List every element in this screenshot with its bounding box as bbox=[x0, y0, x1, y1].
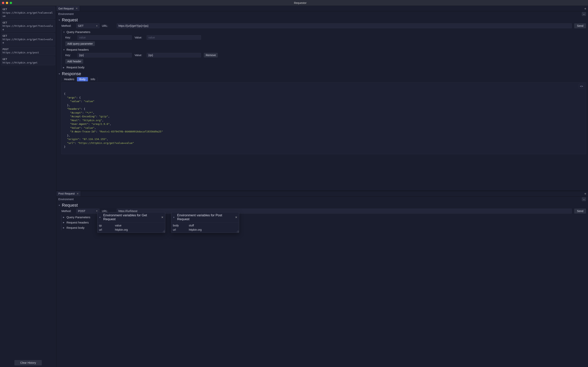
send-button[interactable]: Send bbox=[574, 209, 586, 214]
add-tab-button[interactable]: ＋ bbox=[583, 6, 588, 11]
environment-bar: Environment ⌄ bbox=[56, 11, 588, 17]
bottom-pane: Post Request ✕ ＋ Environment ⌄ Request M… bbox=[56, 191, 588, 367]
header-key-input[interactable] bbox=[78, 53, 132, 58]
popup-title: Environment variables for Get Request bbox=[103, 213, 160, 221]
history-url: https://httpbin.org/get?value=value bbox=[2, 11, 54, 18]
key-label: Key: bbox=[65, 54, 75, 57]
environment-toggle-button[interactable]: ⌄ bbox=[582, 12, 586, 16]
chevron-down-icon bbox=[58, 19, 61, 21]
send-button[interactable]: Send bbox=[574, 23, 586, 28]
tag-icon[interactable]: <> bbox=[579, 84, 584, 89]
chevron-right-icon bbox=[63, 221, 66, 224]
request-section: Request Method: GET ▼ URL: Send bbox=[56, 17, 588, 70]
sub-title: Query Parameters bbox=[67, 30, 90, 33]
request-headers-header[interactable]: Request headers bbox=[63, 47, 586, 52]
method-value: GET bbox=[78, 24, 84, 27]
sub-title: Query Parameters bbox=[67, 216, 90, 219]
tab-post-request[interactable]: Post Request ✕ bbox=[56, 191, 81, 196]
request-headers-block: Request headers Key: Value: Remove Add h… bbox=[61, 47, 586, 65]
tab-get-request[interactable]: Get Request ✕ bbox=[56, 6, 80, 11]
add-query-param-button[interactable]: Add query parameter bbox=[65, 41, 95, 46]
sub-title: Request body bbox=[67, 226, 85, 229]
query-parameters-header[interactable]: Query Parameters bbox=[63, 30, 586, 34]
add-tab-button[interactable]: ＋ bbox=[583, 191, 588, 196]
close-icon[interactable]: ✕ bbox=[76, 7, 78, 10]
value-label: Value: bbox=[135, 36, 144, 39]
response-tab-body[interactable]: Body bbox=[77, 77, 88, 81]
method-value: POST bbox=[78, 209, 85, 213]
history-item[interactable]: POST https://httpbin.org/post bbox=[1, 47, 55, 55]
request-body-block: Request body bbox=[61, 65, 586, 70]
environment-label: Environment bbox=[58, 12, 74, 16]
environment-toggle-button[interactable]: ⌄ bbox=[582, 197, 586, 201]
env-var-row[interactable]: url httpbin.org bbox=[97, 228, 165, 232]
history-item[interactable]: GET https://httpbin.org/get?test=value bbox=[1, 33, 55, 45]
method-label: Method: bbox=[61, 209, 74, 213]
window-minimize-button[interactable] bbox=[6, 2, 8, 4]
request-body-header[interactable]: Request body bbox=[63, 65, 586, 70]
env-var-key: url bbox=[99, 228, 112, 231]
query-param-value-input[interactable] bbox=[147, 35, 201, 40]
window-close-button[interactable] bbox=[2, 2, 4, 4]
window-zoom-button[interactable] bbox=[10, 2, 12, 4]
remove-header-button[interactable]: Remove bbox=[204, 53, 218, 58]
close-icon[interactable]: ✕ bbox=[161, 216, 164, 219]
tab-label: Post Request bbox=[58, 192, 75, 195]
add-header-button[interactable]: Add header bbox=[65, 59, 83, 64]
env-var-row[interactable]: qs value bbox=[97, 223, 165, 228]
env-var-key: qs bbox=[99, 224, 112, 227]
chevron-down-icon bbox=[173, 216, 176, 219]
chevron-down-icon bbox=[58, 204, 61, 207]
chevron-right-icon bbox=[63, 226, 66, 229]
env-var-row[interactable]: body stuff bbox=[171, 223, 239, 228]
request-section-header[interactable]: Request bbox=[58, 17, 586, 23]
chevron-right-icon bbox=[63, 216, 66, 218]
history-method: GET bbox=[2, 58, 54, 61]
method-select[interactable]: GET ▼ bbox=[76, 23, 100, 28]
resize-grip-icon[interactable] bbox=[236, 230, 239, 232]
env-var-value: httpbin.org bbox=[189, 228, 202, 231]
clear-history-button[interactable]: Clear History bbox=[14, 360, 42, 366]
resize-grip-icon[interactable] bbox=[162, 230, 165, 232]
history-item[interactable]: GET https://httpbin.org/get?test=value bbox=[1, 20, 55, 32]
header-value-input[interactable] bbox=[147, 53, 201, 58]
history-url: https://httpbin.org/post bbox=[2, 51, 54, 54]
header-row: Key: Value: Remove bbox=[63, 52, 586, 58]
history-method: GET bbox=[2, 21, 54, 25]
method-select[interactable]: POST ▼ bbox=[76, 209, 100, 214]
main-panels: Get Request ✕ ＋ Environment ⌄ Request Me… bbox=[56, 6, 588, 367]
query-param-row: Key: Value: bbox=[63, 34, 586, 41]
sub-title: Request headers bbox=[67, 221, 89, 224]
env-var-key: body bbox=[173, 224, 186, 227]
top-pane: Get Request ✕ ＋ Environment ⌄ Request Me… bbox=[56, 6, 588, 191]
response-section-header[interactable]: Response bbox=[58, 71, 586, 76]
response-body-viewer[interactable]: <> { "args": { "value": "value" }, "head… bbox=[61, 83, 586, 154]
tab-strip: Get Request ✕ ＋ bbox=[56, 6, 588, 11]
env-vars-popup-get[interactable]: Environment variables for Get Request ✕ … bbox=[97, 212, 165, 233]
env-vars-popup-post[interactable]: Environment variables for Post Request ✕… bbox=[171, 212, 239, 233]
url-input[interactable] bbox=[117, 23, 572, 28]
env-var-value: value bbox=[115, 224, 121, 227]
sidebar: GET https://httpbin.org/get?value=value … bbox=[0, 6, 56, 367]
close-icon[interactable]: ✕ bbox=[235, 216, 237, 219]
environment-label: Environment bbox=[58, 198, 74, 201]
environment-bar: Environment ⌄ bbox=[56, 197, 588, 202]
response-tab-headers[interactable]: Headers bbox=[61, 77, 77, 81]
env-var-key: url bbox=[173, 228, 186, 231]
query-param-key-input[interactable] bbox=[78, 35, 132, 40]
response-section: Response Headers Body Info <> { "args": … bbox=[56, 70, 588, 155]
close-icon[interactable]: ✕ bbox=[77, 192, 79, 195]
chevron-right-icon bbox=[63, 66, 66, 69]
history-item[interactable]: GET https://httpbin.org/get?value=value bbox=[1, 7, 55, 19]
env-var-row[interactable]: url httpbin.org bbox=[171, 228, 239, 232]
env-var-value: stuff bbox=[189, 224, 194, 227]
history-item[interactable]: GET https://httpbin.org/get bbox=[1, 57, 55, 65]
tab-label: Get Request bbox=[58, 7, 74, 10]
history-method: POST bbox=[2, 48, 54, 51]
history-list: GET https://httpbin.org/get?value=value … bbox=[0, 6, 56, 359]
popup-title: Environment variables for Post Request bbox=[177, 213, 233, 221]
key-label: Key: bbox=[65, 36, 75, 39]
section-title: Response bbox=[62, 71, 81, 76]
request-section-header[interactable]: Request bbox=[58, 203, 586, 208]
response-tab-info[interactable]: Info bbox=[88, 77, 98, 81]
